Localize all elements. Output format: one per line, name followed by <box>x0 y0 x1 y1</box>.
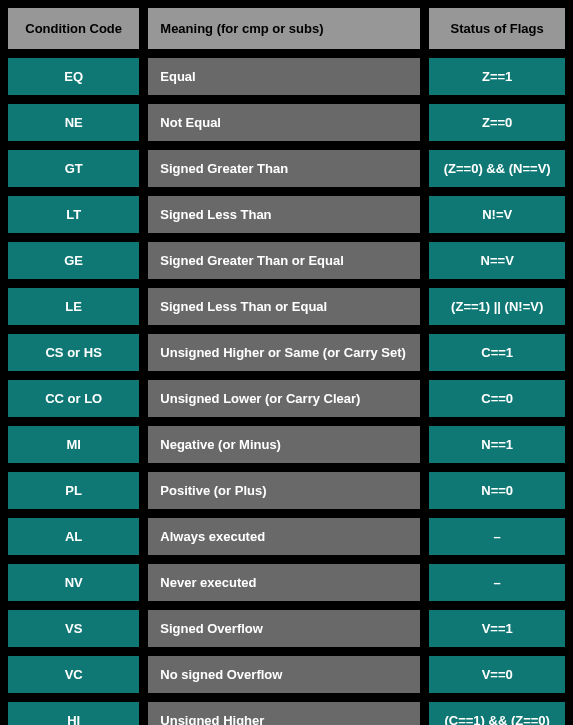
cell-meaning: Signed Greater Than or Equal <box>147 241 421 280</box>
cell-code: LT <box>7 195 140 234</box>
cell-code: MI <box>7 425 140 464</box>
cell-meaning: Signed Greater Than <box>147 149 421 188</box>
table-row: GESigned Greater Than or EqualN==V <box>7 241 566 280</box>
cell-flags: – <box>428 517 566 556</box>
table-row: NVNever executed– <box>7 563 566 602</box>
cell-code: HI <box>7 701 140 725</box>
cell-meaning: No signed Overflow <box>147 655 421 694</box>
cell-flags: N==V <box>428 241 566 280</box>
cell-meaning: Equal <box>147 57 421 96</box>
cell-code: EQ <box>7 57 140 96</box>
cell-code: GE <box>7 241 140 280</box>
table-row: CC or LOUnsigned Lower (or Carry Clear)C… <box>7 379 566 418</box>
cell-code: CS or HS <box>7 333 140 372</box>
table-row: PLPositive (or Plus)N==0 <box>7 471 566 510</box>
cell-code: GT <box>7 149 140 188</box>
table-row: VSSigned OverflowV==1 <box>7 609 566 648</box>
cell-meaning: Unsigned Higher or Same (or Carry Set) <box>147 333 421 372</box>
table-row: CS or HSUnsigned Higher or Same (or Carr… <box>7 333 566 372</box>
cell-meaning: Negative (or Minus) <box>147 425 421 464</box>
cell-meaning: Signed Less Than or Equal <box>147 287 421 326</box>
cell-code: VS <box>7 609 140 648</box>
cell-flags: (Z==0) && (N==V) <box>428 149 566 188</box>
cell-meaning: Not Equal <box>147 103 421 142</box>
table-row: ALAlways executed– <box>7 517 566 556</box>
cell-meaning: Signed Overflow <box>147 609 421 648</box>
cell-meaning: Positive (or Plus) <box>147 471 421 510</box>
cell-flags: – <box>428 563 566 602</box>
table-row: HIUnsigned Higher(C==1) && (Z==0) <box>7 701 566 725</box>
cell-flags: (Z==1) || (N!=V) <box>428 287 566 326</box>
header-flags: Status of Flags <box>428 7 566 50</box>
cell-code: PL <box>7 471 140 510</box>
cell-flags: C==0 <box>428 379 566 418</box>
cell-meaning: Never executed <box>147 563 421 602</box>
table-header-row: Condition Code Meaning (for cmp or subs)… <box>7 7 566 50</box>
cell-flags: V==1 <box>428 609 566 648</box>
table-row: EQEqualZ==1 <box>7 57 566 96</box>
cell-code: VC <box>7 655 140 694</box>
cell-flags: (C==1) && (Z==0) <box>428 701 566 725</box>
table-row: VCNo signed OverflowV==0 <box>7 655 566 694</box>
cell-flags: N==1 <box>428 425 566 464</box>
header-code: Condition Code <box>7 7 140 50</box>
cell-meaning: Unsigned Higher <box>147 701 421 725</box>
cell-meaning: Unsigned Lower (or Carry Clear) <box>147 379 421 418</box>
cell-flags: N==0 <box>428 471 566 510</box>
cell-code: NE <box>7 103 140 142</box>
table-row: MINegative (or Minus)N==1 <box>7 425 566 464</box>
header-meaning: Meaning (for cmp or subs) <box>147 7 421 50</box>
cell-flags: V==0 <box>428 655 566 694</box>
cell-flags: Z==0 <box>428 103 566 142</box>
cell-code: CC or LO <box>7 379 140 418</box>
table-row: LESigned Less Than or Equal(Z==1) || (N!… <box>7 287 566 326</box>
cell-meaning: Signed Less Than <box>147 195 421 234</box>
table-row: NENot EqualZ==0 <box>7 103 566 142</box>
table-row: LTSigned Less ThanN!=V <box>7 195 566 234</box>
cell-code: NV <box>7 563 140 602</box>
cell-flags: C==1 <box>428 333 566 372</box>
cell-meaning: Always executed <box>147 517 421 556</box>
cell-code: LE <box>7 287 140 326</box>
table-row: GTSigned Greater Than(Z==0) && (N==V) <box>7 149 566 188</box>
cell-flags: Z==1 <box>428 57 566 96</box>
cell-code: AL <box>7 517 140 556</box>
condition-codes-table: Condition Code Meaning (for cmp or subs)… <box>0 0 573 725</box>
cell-flags: N!=V <box>428 195 566 234</box>
